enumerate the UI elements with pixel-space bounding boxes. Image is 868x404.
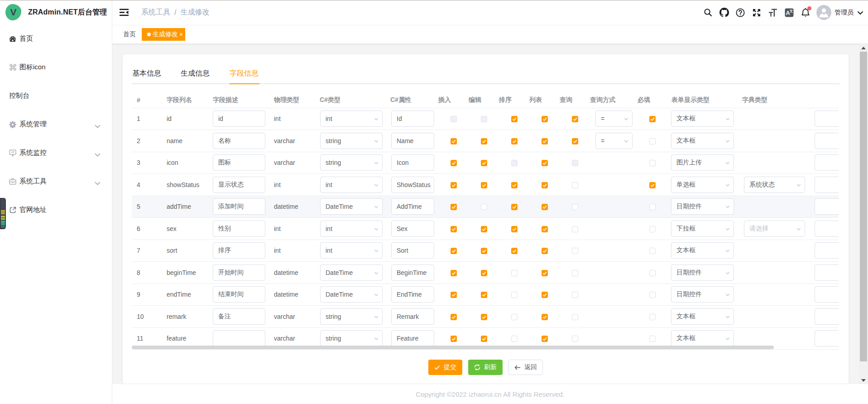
csharp-type-select[interactable]: DateTime	[320, 198, 383, 215]
insert-checkbox-checked[interactable]	[451, 336, 457, 342]
dict-type-select[interactable]: 系统状态	[744, 177, 805, 193]
description-input[interactable]: 开始时间	[213, 265, 265, 281]
csharp-type-select[interactable]: int	[320, 221, 383, 237]
csharp-attr-input[interactable]: ShowStatus	[391, 177, 434, 193]
required-checkbox-unchecked[interactable]	[649, 204, 656, 210]
description-input[interactable]: id	[213, 111, 265, 127]
description-input[interactable]	[213, 330, 265, 346]
tab-3-active[interactable]: 字段信息	[230, 63, 259, 83]
search-icon[interactable]	[700, 0, 716, 25]
extra-input[interactable]	[815, 242, 839, 259]
extra-input[interactable]	[815, 154, 839, 171]
form-type-select[interactable]: 文本框	[671, 111, 734, 127]
list-checkbox-checked[interactable]	[542, 314, 548, 320]
csharp-type-select[interactable]: int	[320, 111, 383, 127]
csharp-type-select[interactable]: int	[320, 177, 383, 193]
edit-checkbox-checked[interactable]	[481, 138, 487, 144]
query-checkbox-unchecked[interactable]	[572, 292, 578, 298]
csharp-type-select[interactable]: DateTime	[320, 286, 383, 303]
list-checkbox-checked[interactable]	[542, 336, 548, 342]
github-icon[interactable]	[716, 0, 732, 25]
sort-checkbox-unchecked[interactable]	[511, 336, 518, 342]
insert-checkbox-checked[interactable]	[451, 314, 457, 320]
form-type-select[interactable]: 图片上传	[671, 154, 734, 171]
sort-checkbox-checked[interactable]	[511, 248, 518, 254]
required-checkbox-unchecked[interactable]	[649, 314, 656, 320]
description-input[interactable]: 结束时间	[213, 286, 265, 303]
sort-checkbox-checked[interactable]	[511, 204, 518, 210]
list-checkbox-checked[interactable]	[542, 248, 548, 254]
form-type-select[interactable]: 日期控件	[671, 286, 734, 303]
query-type-select[interactable]: =	[595, 111, 633, 127]
description-input[interactable]: 添加时间	[213, 198, 265, 215]
insert-checkbox-checked[interactable]	[451, 226, 457, 232]
query-checkbox-unchecked[interactable]	[572, 336, 578, 342]
form-type-select[interactable]: 文本框	[671, 242, 734, 259]
bell-icon[interactable]	[797, 0, 814, 25]
insert-checkbox-checked[interactable]	[451, 160, 457, 166]
sort-checkbox-unchecked[interactable]	[511, 270, 518, 276]
query-checkbox-unchecked[interactable]	[572, 270, 578, 276]
tab-2[interactable]: 生成信息	[181, 63, 210, 83]
required-checkbox-unchecked[interactable]	[649, 226, 656, 232]
sidebar-item-2[interactable]: 图标icon	[0, 53, 112, 82]
csharp-attr-input[interactable]: Icon	[391, 154, 434, 171]
query-checkbox-checked[interactable]	[572, 116, 578, 122]
csharp-attr-input[interactable]: BeginTime	[391, 265, 434, 281]
dict-type-select[interactable]: 请选择	[744, 221, 805, 237]
sort-checkbox-checked[interactable]	[511, 182, 518, 188]
breadcrumb-item-parent[interactable]: 系统工具	[141, 8, 170, 17]
extra-input[interactable]	[815, 265, 839, 281]
extra-input[interactable]	[815, 177, 839, 193]
insert-checkbox-disabled[interactable]	[451, 116, 457, 122]
tag-item[interactable]: 首页	[123, 28, 136, 41]
csharp-attr-input[interactable]: EndTime	[391, 286, 434, 303]
edit-checkbox-unchecked[interactable]	[481, 204, 487, 210]
required-checkbox-checked[interactable]	[649, 182, 656, 188]
required-checkbox-unchecked[interactable]	[649, 292, 656, 298]
scroll-down-arrow[interactable]	[859, 376, 868, 384]
description-input[interactable]: 排序	[213, 242, 265, 259]
csharp-attr-input[interactable]: Feature	[391, 330, 434, 346]
submit-button[interactable]: 提交	[428, 360, 462, 375]
query-checkbox-checked[interactable]	[572, 138, 578, 144]
list-checkbox-checked[interactable]	[542, 270, 548, 276]
sort-checkbox-checked[interactable]	[511, 138, 518, 144]
sort-checkbox-checked[interactable]	[511, 226, 518, 232]
required-checkbox-checked[interactable]	[649, 116, 656, 122]
form-type-select[interactable]: 日期控件	[671, 265, 734, 281]
description-input[interactable]: 显示状态	[213, 177, 265, 193]
form-type-select[interactable]: 单选框	[671, 177, 734, 193]
insert-checkbox-checked[interactable]	[451, 248, 457, 254]
form-type-select[interactable]: 文本框	[671, 308, 734, 325]
extra-input[interactable]	[815, 198, 839, 215]
csharp-attr-input[interactable]: Id	[391, 111, 434, 127]
back-button[interactable]: 返回	[508, 360, 543, 375]
translate-icon[interactable]: A 文	[781, 0, 797, 25]
required-checkbox-unchecked[interactable]	[649, 270, 656, 276]
scroll-up-arrow[interactable]	[859, 44, 868, 52]
tag-active[interactable]: 生成修改×	[142, 28, 185, 41]
extra-input[interactable]	[815, 221, 839, 237]
horizontal-scrollbar-thumb[interactable]	[132, 346, 774, 349]
sidebar-item-3[interactable]: 控制台	[0, 82, 112, 110]
fullscreen-icon[interactable]	[748, 0, 765, 25]
form-type-select[interactable]: 日期控件	[671, 198, 734, 215]
extra-input[interactable]	[815, 111, 839, 127]
sidebar-item-6[interactable]: 系统工具	[0, 167, 112, 196]
extra-input[interactable]	[815, 330, 839, 346]
sort-checkbox-unchecked[interactable]	[511, 314, 518, 320]
required-checkbox-unchecked[interactable]	[649, 248, 656, 254]
csharp-attr-input[interactable]: Sort	[391, 242, 434, 259]
query-checkbox-unchecked[interactable]	[572, 182, 578, 188]
sort-checkbox-checked[interactable]	[511, 116, 518, 122]
insert-checkbox-checked[interactable]	[451, 204, 457, 210]
list-checkbox-checked[interactable]	[542, 292, 548, 298]
csharp-attr-input[interactable]: Name	[391, 133, 434, 149]
query-checkbox-unchecked[interactable]	[572, 204, 578, 210]
sidebar-item-4[interactable]: 系统管理	[0, 110, 112, 139]
collapse-sidebar-icon[interactable]	[120, 9, 129, 16]
required-checkbox-unchecked[interactable]	[649, 138, 656, 144]
description-input[interactable]: 性别	[213, 221, 265, 237]
edit-checkbox-checked[interactable]	[481, 160, 487, 166]
